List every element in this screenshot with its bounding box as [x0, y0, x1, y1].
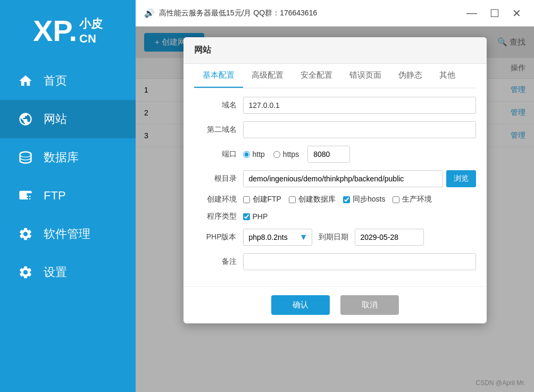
sidebar-item-settings[interactable]: 设置 [0, 253, 136, 291]
close-button[interactable]: ✕ [508, 5, 525, 22]
sidebar: XP. 小皮 CN 首页 网 [0, 0, 136, 392]
env-checkboxes: 创建FTP 创建数据库 同步hosts [243, 195, 476, 204]
env-ftp-checkbox[interactable] [243, 196, 250, 203]
settings-icon [16, 263, 35, 282]
port-input[interactable] [307, 146, 350, 163]
tab-other[interactable]: 其他 [431, 64, 464, 88]
env-row: 创建环境 创建FTP 创建数据库 [194, 195, 476, 204]
sidebar-item-database[interactable]: 数据库 [0, 138, 136, 177]
sidebar-item-home[interactable]: 首页 [0, 62, 136, 100]
rootdir-row: 根目录 浏览 [194, 170, 476, 187]
sidebar-item-software[interactable]: 软件管理 [0, 215, 136, 253]
expiry-label: 到期日期 [319, 232, 348, 242]
phpver-row: PHP版本 php8.0.2nts ▼ 到期日期 [194, 229, 476, 246]
remark-label: 备注 [194, 257, 237, 266]
content-area: + 创建网站 🔍 查找 操作 1 [136, 27, 534, 392]
home-icon [16, 71, 35, 90]
logo-text: 小皮 CN [79, 16, 103, 46]
domain2-row: 第二域名 [194, 121, 476, 138]
progtype-row: 程序类型 PHP [194, 212, 476, 221]
env-db-label: 创建数据库 [298, 195, 336, 204]
ad-text: 高性能云服务器最低15元/月 QQ群：176643616 [159, 9, 317, 18]
phpver-select-wrap: php8.0.2nts ▼ [243, 229, 312, 246]
sidebar-label-software: 软件管理 [44, 226, 90, 242]
dialog-title: 网站 [183, 37, 487, 64]
http-label: http [253, 150, 265, 159]
phpver-select[interactable]: php8.0.2nts [243, 229, 312, 246]
env-prod-checkbox[interactable] [393, 196, 399, 203]
sidebar-nav: 首页 网站 数据库 [0, 62, 136, 291]
sidebar-item-website[interactable]: 网站 [0, 100, 136, 138]
remark-input[interactable] [243, 253, 476, 270]
env-ftp-label: 创建FTP [253, 195, 281, 204]
topbar: 🔊 高性能云服务器最低15元/月 QQ群：176643616 — ☐ ✕ [136, 0, 534, 27]
phpver-controls: php8.0.2nts ▼ 到期日期 [243, 229, 476, 246]
port-label: 端口 [194, 149, 237, 159]
tab-basic[interactable]: 基本配置 [194, 64, 243, 88]
php-type-item[interactable]: PHP [243, 212, 268, 221]
website-dialog: 网站 基本配置 高级配置 安全配置 错误页面 伪静态 其他 [183, 37, 487, 323]
env-db-checkbox[interactable] [289, 196, 296, 203]
maximize-button[interactable]: ☐ [486, 5, 504, 22]
domain2-input[interactable] [243, 121, 476, 138]
ftp-icon [16, 186, 35, 205]
tab-pseudostatic[interactable]: 伪静态 [390, 64, 431, 88]
domain-row: 域名 [194, 97, 476, 114]
progtype-checkboxes: PHP [243, 212, 476, 221]
progtype-label: 程序类型 [194, 212, 237, 221]
rootdir-label: 根目录 [194, 174, 237, 184]
minimize-button[interactable]: — [462, 5, 481, 21]
env-prod-label: 生产环境 [402, 195, 432, 204]
tab-security[interactable]: 安全配置 [292, 64, 341, 88]
php-type-label: PHP [253, 212, 268, 221]
env-label: 创建环境 [194, 195, 237, 204]
dialog-footer: 确认 取消 [183, 286, 487, 323]
topbar-ad: 🔊 高性能云服务器最低15元/月 QQ群：176643616 [144, 8, 462, 18]
env-hosts-item[interactable]: 同步hosts [343, 195, 385, 204]
sidebar-label-settings: 设置 [44, 264, 67, 280]
domain-input[interactable] [243, 97, 476, 114]
protocol-radio-group: http https [243, 150, 299, 159]
logo-text-top: 小皮 [79, 16, 103, 32]
ad-speaker-icon: 🔊 [144, 8, 155, 18]
topbar-actions: — ☐ ✕ [462, 5, 525, 22]
env-hosts-checkbox[interactable] [343, 196, 350, 203]
rootdir-input[interactable] [243, 170, 443, 187]
sidebar-label-ftp: FTP [44, 189, 66, 203]
cancel-button[interactable]: 取消 [340, 295, 399, 315]
modal-overlay: 网站 基本配置 高级配置 安全配置 错误页面 伪静态 其他 [136, 27, 534, 392]
env-ftp-item[interactable]: 创建FTP [243, 195, 281, 204]
dialog-body: 基本配置 高级配置 安全配置 错误页面 伪静态 其他 域名 [183, 64, 487, 286]
domain2-label: 第二域名 [194, 125, 237, 135]
domain-label: 域名 [194, 101, 237, 110]
https-radio-item[interactable]: https [273, 150, 299, 159]
http-radio-item[interactable]: http [243, 150, 265, 159]
https-label: https [283, 150, 299, 159]
tab-advanced[interactable]: 高级配置 [243, 64, 292, 88]
sidebar-label-database: 数据库 [44, 149, 79, 165]
https-radio[interactable] [273, 151, 280, 158]
dialog-tabs: 基本配置 高级配置 安全配置 错误页面 伪静态 其他 [194, 64, 476, 88]
env-db-item[interactable]: 创建数据库 [289, 195, 336, 204]
logo-text-bottom: CN [79, 32, 103, 46]
phpver-label: PHP版本 [194, 232, 237, 242]
software-icon [16, 224, 35, 244]
sidebar-label-home: 首页 [44, 73, 67, 89]
env-hosts-label: 同步hosts [353, 195, 385, 204]
browse-button[interactable]: 浏览 [446, 170, 476, 187]
sidebar-label-website: 网站 [44, 111, 67, 127]
database-icon [16, 148, 35, 167]
confirm-button[interactable]: 确认 [271, 295, 330, 315]
expiry-input[interactable] [355, 229, 424, 246]
remark-row: 备注 [194, 253, 476, 270]
app-container: XP. 小皮 CN 首页 网 [0, 0, 534, 392]
port-row: 端口 http https [194, 146, 476, 163]
logo: XP. 小皮 CN [0, 5, 136, 62]
port-controls: http https [243, 146, 476, 163]
tab-errorpage[interactable]: 错误页面 [341, 64, 390, 88]
rootdir-controls: 浏览 [243, 170, 476, 187]
sidebar-item-ftp[interactable]: FTP [0, 177, 136, 215]
env-prod-item[interactable]: 生产环境 [393, 195, 432, 204]
http-radio[interactable] [243, 151, 250, 158]
php-type-checkbox[interactable] [243, 213, 250, 220]
